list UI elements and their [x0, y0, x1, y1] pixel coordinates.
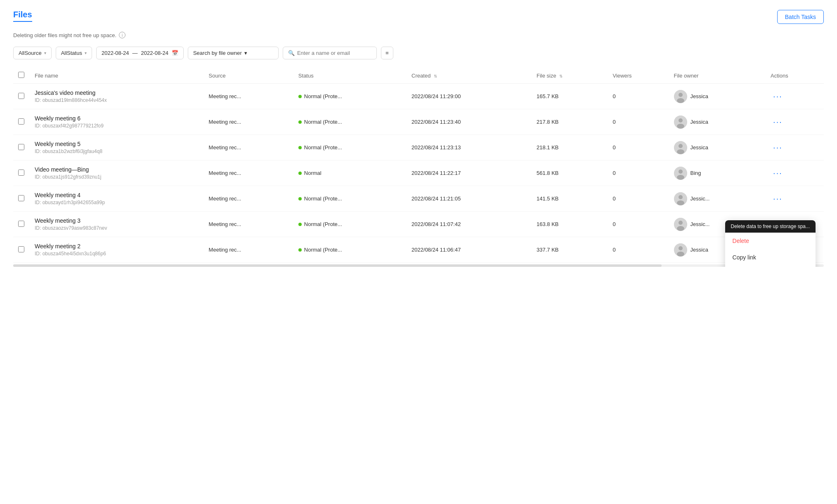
source-filter-label: AllSource — [19, 50, 42, 56]
name-search-input-wrap[interactable]: 🔍 — [283, 47, 377, 59]
col-source: Source — [204, 68, 293, 84]
context-menu: Delete data to free up storage spa... De… — [725, 220, 816, 267]
actions-cell: ··· — [766, 109, 824, 135]
filesize-sort-icon: ⇅ — [559, 74, 563, 78]
select-all-checkbox[interactable] — [18, 72, 24, 78]
files-table: File name Source Status Created ⇅ File s… — [13, 68, 824, 263]
row-checkbox-3[interactable] — [18, 170, 24, 176]
row-checkbox-cell — [13, 160, 30, 186]
status-dot — [298, 248, 302, 252]
delete-menu-item[interactable]: Delete — [725, 233, 816, 249]
row-checkbox-0[interactable] — [18, 93, 24, 99]
filesize-cell: 217.8 KB — [532, 109, 608, 135]
filesize-cell: 337.7 KB — [532, 237, 608, 263]
viewers-cell: 0 — [608, 109, 669, 135]
table-row: Weekly meeting 4 ID: obuszayd1rh3pi94265… — [13, 186, 824, 212]
created-cell: 2022/08/24 11:22:17 — [407, 160, 532, 186]
actions-menu-button-1[interactable]: ··· — [771, 116, 785, 127]
source-chevron-icon: ▾ — [44, 51, 46, 55]
created-cell: 2022/08/24 11:06:47 — [407, 237, 532, 263]
row-checkbox-4[interactable] — [18, 195, 24, 201]
actions-cell: ··· — [766, 186, 824, 212]
status-text: Normal (Prote... — [304, 144, 342, 151]
owner-avatar — [674, 115, 687, 129]
search-icon: 🔍 — [288, 50, 295, 56]
actions-menu-button-0[interactable]: ··· — [771, 91, 785, 102]
table-row: Weekly meeting 6 ID: obuszaxf4t2g9877792… — [13, 109, 824, 135]
source-filter[interactable]: AllSource ▾ — [13, 47, 52, 59]
actions-menu-button-2[interactable]: ··· — [771, 142, 785, 153]
filesize-cell: 165.7 KB — [532, 84, 608, 109]
batch-tasks-button[interactable]: Batch Tasks — [777, 10, 824, 24]
owner-avatar — [674, 218, 687, 231]
created-cell: 2022/08/24 11:07:42 — [407, 212, 532, 237]
row-checkbox-cell — [13, 212, 30, 237]
created-cell: 2022/08/24 11:21:05 — [407, 186, 532, 212]
filesize-cell: 218.1 KB — [532, 135, 608, 160]
owner-avatar — [674, 167, 687, 180]
scrollbar[interactable] — [13, 264, 824, 267]
table-row: Weekly meeting 2 ID: obusza45he4i5dxn3u1… — [13, 237, 824, 263]
svg-point-13 — [679, 195, 683, 199]
file-id-text: ID: obuszad19lm886hce44v454x — [35, 97, 199, 103]
viewers-cell: 0 — [608, 237, 669, 263]
status-text: Normal (Prote... — [304, 119, 342, 125]
row-checkbox-2[interactable] — [18, 144, 24, 150]
select-all-col — [13, 68, 30, 84]
actions-cell: ··· — [766, 135, 824, 160]
table-row: Video meeting—Bing ID: obusza1js912gfrsd… — [13, 160, 824, 186]
owner-name: Jessica — [690, 247, 708, 253]
copy-link-menu-item[interactable]: Copy link — [725, 249, 816, 266]
subtitle-bar: Deleting older files might not free up s… — [13, 32, 824, 38]
table-row: Weekly meeting 3 ID: obuszaozsv79asw983c… — [13, 212, 824, 237]
file-name-cell: Video meeting—Bing ID: obusza1js912gfrsd… — [30, 160, 204, 186]
created-cell: 2022/08/24 11:23:40 — [407, 109, 532, 135]
name-search-input[interactable] — [297, 50, 371, 56]
row-checkbox-cell — [13, 135, 30, 160]
actions-menu-button-3[interactable]: ··· — [771, 167, 785, 179]
status-cell: Normal (Prote... — [293, 237, 407, 263]
col-actions: Actions — [766, 68, 824, 84]
date-separator: — — [132, 50, 137, 56]
status-cell: Normal — [293, 160, 407, 186]
viewers-cell: 0 — [608, 212, 669, 237]
svg-point-4 — [679, 118, 683, 122]
status-text: Normal — [304, 170, 322, 176]
file-name-text: Jessica's video meeting — [35, 89, 199, 96]
file-id-text: ID: obuszaozsv79asw983c87nev — [35, 225, 199, 231]
owner-avatar — [674, 192, 687, 205]
row-checkbox-1[interactable] — [18, 118, 24, 125]
row-checkbox-cell — [13, 237, 30, 263]
actions-menu-button-4[interactable]: ··· — [771, 193, 785, 204]
table-row: Weekly meeting 5 ID: obusza1b2wzbf6i3jgf… — [13, 135, 824, 160]
status-filter[interactable]: AllStatus ▾ — [56, 47, 92, 59]
fileowner-cell: Bing — [669, 160, 766, 186]
col-created[interactable]: Created ⇅ — [407, 68, 532, 84]
row-checkbox-5[interactable] — [18, 221, 24, 227]
list-view-button[interactable]: ≡ — [381, 47, 393, 59]
filesize-cell: 163.8 KB — [532, 212, 608, 237]
status-dot — [298, 223, 302, 226]
file-id-text: ID: obusza45he4i5dxn3u1q86p6 — [35, 251, 199, 257]
protect-menu-item[interactable]: Protect — [725, 266, 816, 267]
context-menu-tooltip: Delete data to free up storage spa... — [725, 220, 816, 233]
svg-point-1 — [679, 93, 683, 97]
filters-bar: AllSource ▾ AllStatus ▾ 2022-08-24 — 202… — [13, 47, 824, 59]
status-cell: Normal (Prote... — [293, 84, 407, 109]
status-text: Normal (Prote... — [304, 221, 342, 227]
col-filesize[interactable]: File size ⇅ — [532, 68, 608, 84]
status-cell: Normal (Prote... — [293, 135, 407, 160]
row-checkbox-cell — [13, 84, 30, 109]
source-cell: Meeting rec... — [204, 160, 293, 186]
svg-point-17 — [677, 226, 684, 231]
status-text: Normal (Prote... — [304, 195, 342, 202]
owner-search-dropdown[interactable]: Search by file owner ▾ — [188, 47, 279, 59]
svg-point-5 — [677, 124, 684, 129]
table-row: Jessica's video meeting ID: obuszad19lm8… — [13, 84, 824, 109]
status-dot — [298, 146, 302, 149]
row-checkbox-6[interactable] — [18, 246, 24, 252]
source-cell: Meeting rec... — [204, 84, 293, 109]
date-to: 2022-08-24 — [141, 50, 168, 56]
status-cell: Normal (Prote... — [293, 186, 407, 212]
date-range-picker[interactable]: 2022-08-24 — 2022-08-24 📅 — [96, 47, 184, 59]
